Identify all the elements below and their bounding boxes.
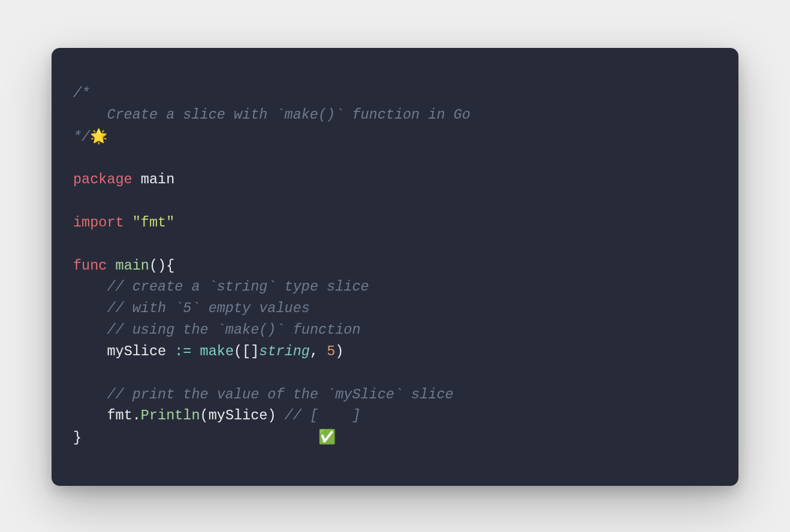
pkg-fmt: fmt (107, 407, 132, 424)
builtin-make: make (200, 343, 234, 359)
keyword-package: package (73, 171, 132, 188)
code-block: /* Create a slice with `make()` function… (73, 83, 717, 449)
inline-comment-output: // [ ] (285, 407, 361, 424)
func-params: () (149, 258, 166, 274)
block-comment-open: /* (73, 85, 90, 101)
paren-open-1: ( (234, 343, 242, 359)
paren-close-2: ) (267, 407, 276, 424)
bracket-open: [ (242, 343, 251, 359)
dot-1: . (132, 407, 141, 424)
block-comment-body: Create a slice with `make()` function in… (73, 107, 471, 123)
page-background: /* Create a slice with `make()` function… (0, 0, 790, 532)
brace-close: } (73, 430, 82, 446)
op-short-assign: := (174, 343, 191, 359)
paren-open-2: ( (200, 407, 209, 424)
code-card: /* Create a slice with `make()` function… (52, 48, 738, 486)
block-comment-close: */ (73, 129, 90, 145)
number-5: 5 (327, 343, 335, 359)
check-pad (82, 430, 318, 446)
paren-close-1: ) (335, 343, 343, 359)
comment-line-3: // using the `make()` function (107, 322, 360, 338)
import-path: "fmt" (132, 214, 175, 231)
keyword-func: func (73, 258, 107, 274)
comment-line-2: // with `5` empty values (107, 300, 309, 316)
arg-myslice: mySlice (209, 407, 268, 424)
sparkle-icon: 🌟 (90, 128, 107, 144)
brace-open: { (166, 258, 174, 274)
bracket-close: ] (251, 343, 259, 359)
func-println: Println (141, 407, 200, 424)
type-string: string (259, 343, 310, 359)
comment-print: // print the value of the `mySlice` slic… (107, 386, 453, 403)
comment-line-1: // create a `string` type slice (107, 279, 369, 295)
func-name-main: main (116, 258, 149, 274)
comma-1: , (310, 343, 318, 359)
check-icon: ✅ (318, 428, 336, 445)
package-name: main (141, 171, 174, 188)
var-myslice: mySlice (107, 343, 166, 359)
keyword-import: import (73, 214, 124, 231)
